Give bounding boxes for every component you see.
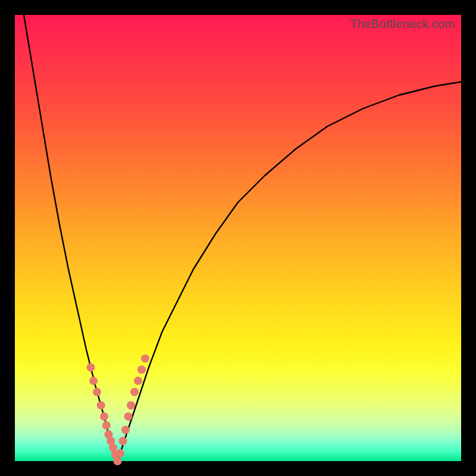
scatter-dot bbox=[121, 426, 130, 434]
scatter-dot bbox=[137, 365, 146, 374]
scatter-dot bbox=[127, 401, 135, 409]
scatter-dot bbox=[130, 388, 139, 396]
scatter-dot bbox=[141, 355, 149, 363]
plot-area: TheBottleneck.com bbox=[15, 15, 461, 461]
curve-right-branch bbox=[118, 82, 462, 462]
scatter-dot bbox=[89, 377, 98, 385]
scatter-dot bbox=[116, 449, 124, 458]
scatter-dot bbox=[93, 388, 101, 396]
chart-frame: TheBottleneck.com bbox=[0, 0, 476, 476]
scatter-dot bbox=[87, 364, 95, 372]
scatter-dot bbox=[119, 437, 127, 445]
scatter-dot bbox=[100, 412, 108, 421]
scatter-dot bbox=[114, 457, 122, 465]
scatter-dot bbox=[97, 401, 105, 409]
scatter-dots bbox=[87, 355, 150, 466]
scatter-dot bbox=[102, 421, 111, 430]
curve-left-branch bbox=[24, 15, 118, 461]
chart-svg bbox=[15, 15, 461, 461]
scatter-dot bbox=[124, 412, 133, 421]
scatter-dot bbox=[134, 377, 142, 385]
